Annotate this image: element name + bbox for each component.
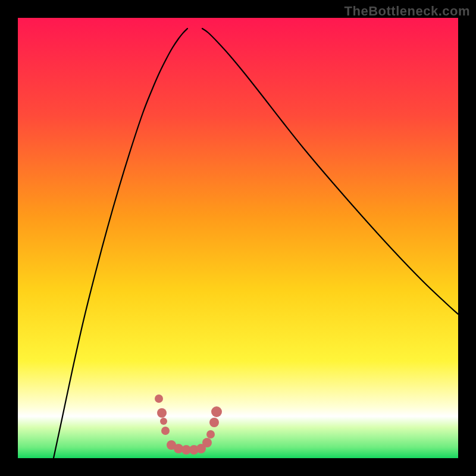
scatter-point bbox=[206, 430, 215, 439]
watermark-label: TheBottleneck.com bbox=[345, 4, 470, 19]
gradient-background bbox=[18, 18, 458, 458]
chart-frame: TheBottleneck.com bbox=[0, 0, 476, 476]
scatter-point bbox=[161, 427, 170, 435]
scatter-point bbox=[202, 438, 212, 447]
scatter-point bbox=[155, 394, 163, 403]
plot-area bbox=[18, 18, 458, 458]
chart-svg bbox=[18, 18, 458, 458]
scatter-point bbox=[211, 406, 222, 417]
scatter-point bbox=[160, 418, 167, 425]
scatter-point bbox=[209, 418, 219, 427]
scatter-point bbox=[157, 408, 167, 418]
